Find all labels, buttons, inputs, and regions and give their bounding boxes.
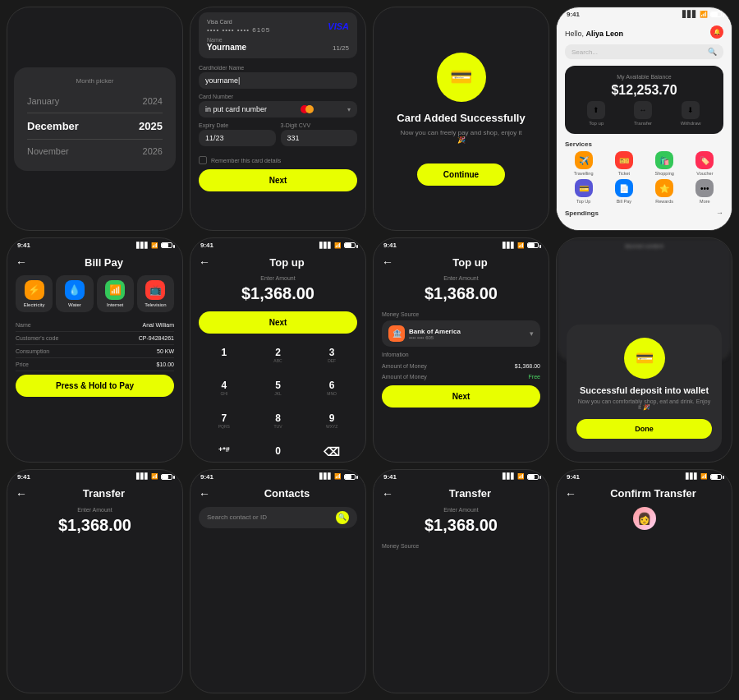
picker-row-january[interactable]: January 2024 — [27, 91, 163, 111]
name-value: Anal William — [142, 322, 174, 328]
key-3[interactable]: 3DEF — [306, 340, 357, 370]
service-rewards[interactable]: ⭐ Rewards — [646, 179, 683, 204]
key-special[interactable]: +*# — [199, 439, 250, 461]
back-button[interactable]: ← — [199, 487, 210, 500]
arrow-right-icon[interactable]: → — [716, 209, 723, 217]
key-2[interactable]: 2ABC — [253, 340, 304, 370]
status-bar: 9:41 ▋▋▋ 📶 — [374, 238, 549, 251]
wifi-icon: 📶 — [517, 242, 525, 249]
topup-container: ← Top up Enter Amount $1,368.00 Next 1 2… — [190, 251, 365, 461]
key-1[interactable]: 1 — [199, 340, 250, 370]
internet-label: Internet — [107, 302, 123, 307]
topup-icon: ⬆ — [587, 101, 605, 119]
back-button[interactable]: ← — [565, 487, 576, 500]
back-button[interactable]: ← — [16, 256, 27, 269]
transfer-container: ← Transfer Enter Amount $1,368.00 — [7, 482, 182, 693]
cvv-input[interactable]: 331 — [281, 130, 358, 146]
expiry-input[interactable]: 11/23 — [199, 130, 276, 146]
next-button[interactable]: Next — [199, 311, 357, 334]
contacts-search-bar[interactable]: Search contact or ID 🔍 — [199, 507, 357, 528]
status-time: 9:41 — [383, 473, 397, 481]
expiry-display: 11/25 — [333, 44, 349, 52]
expiry-label: Expiry Date — [199, 122, 276, 128]
picker-row-november[interactable]: November 2026 — [27, 141, 163, 161]
withdraw-action[interactable]: ⬇ Withdraw — [681, 101, 701, 126]
continue-button[interactable]: Continue — [417, 163, 505, 186]
status-bar: 9:41 ▋▋▋ 📶 — [7, 238, 182, 251]
cardholder-input[interactable]: yourname| — [199, 72, 357, 89]
signal-icon: ▋▋▋ — [682, 11, 697, 18]
back-button[interactable]: ← — [382, 487, 393, 500]
phone-card-success: 💳 Card Added Successfully Now you can fr… — [373, 7, 549, 231]
money-source-card[interactable]: 🏦 Bank of America •••• •••• 605 ▾ — [382, 320, 540, 347]
service-travelling[interactable]: ✈️ Travelling — [565, 151, 602, 176]
key-0[interactable]: 0 — [253, 439, 304, 461]
done-button[interactable]: Done — [576, 419, 712, 439]
topup-action[interactable]: ⬆ Top up — [587, 101, 605, 126]
voucher-label: Voucher — [696, 171, 713, 176]
picker-label: Month picker — [27, 77, 163, 85]
key-9[interactable]: 9WXYZ — [306, 406, 357, 435]
picker-row-december[interactable]: December 2025 — [27, 115, 163, 137]
remember-checkbox[interactable] — [199, 156, 207, 164]
service-topup[interactable]: 💳 Top Up — [565, 179, 602, 204]
cvv-field: 3-Digit CVV 331 — [281, 122, 358, 146]
search-placeholder: Search... — [571, 48, 598, 56]
amount-label: Enter Amount — [382, 275, 540, 281]
service-voucher[interactable]: 🏷️ Voucher — [686, 151, 723, 176]
service-internet[interactable]: 📶 Internet — [97, 275, 134, 312]
card-number-input[interactable]: in put card number ▾ — [199, 101, 357, 117]
back-button[interactable]: ← — [16, 487, 27, 500]
status-bar: 9:41 ▋▋▋ 📶 — [7, 470, 182, 482]
battery-icon — [344, 474, 356, 480]
status-time: 9:41 — [17, 473, 30, 481]
money-source-label: Money Source — [382, 543, 540, 549]
bank-info: 🏦 Bank of America •••• •••• 605 — [388, 325, 461, 342]
more-label: More — [700, 199, 710, 204]
pay-button[interactable]: Press & Hold to Pay — [16, 375, 174, 397]
more-icon: ••• — [695, 179, 714, 197]
fee-row: Amount of Money Free — [382, 371, 540, 382]
key-7[interactable]: 7PQRS — [199, 406, 250, 435]
customer-value: CP-94284261 — [139, 335, 174, 341]
signal-icon: ▋▋▋ — [503, 242, 515, 249]
next-button[interactable]: Next — [199, 169, 357, 191]
status-icons: ▋▋▋ 📶 — [319, 242, 356, 249]
success-subtitle: Now you can freely pay and shop, enjoy i… — [383, 129, 539, 144]
success-icon-circle: 💳 — [437, 53, 486, 102]
battery-icon — [710, 474, 722, 480]
service-electricity[interactable]: ⚡ Electricity — [16, 275, 53, 312]
key-backspace[interactable]: ⌫ — [306, 439, 357, 461]
service-topup-label: Top Up — [576, 199, 590, 204]
deposit-icon-circle: 💳 — [624, 338, 665, 379]
phone-contacts: 9:41 ▋▋▋ 📶 ← Contacts Search contact or … — [190, 469, 366, 693]
amount-label: Enter Amount — [382, 507, 540, 513]
service-television[interactable]: 📺 Television — [137, 275, 174, 312]
transfer-action[interactable]: ↔ Transfer — [634, 101, 652, 126]
visa-card-preview: Visa Card •••• •••• •••• 6105 VISA Name … — [199, 12, 357, 58]
back-button[interactable]: ← — [382, 256, 393, 269]
money-source-label: Money Source — [382, 311, 540, 317]
next-button[interactable]: Next — [382, 385, 540, 408]
service-billpay[interactable]: 📄 Bill Pay — [605, 179, 642, 204]
search-bar[interactable]: Search... 🔍 — [565, 44, 723, 59]
screen-title: Top up — [217, 256, 357, 269]
mastercard-icon — [301, 105, 314, 113]
service-ticket[interactable]: 🎫 Ticket — [605, 151, 642, 176]
bill-pay-container: ← Bill Pay ⚡ Electricity 💧 Water 📶 Inter… — [7, 251, 182, 461]
screen-title: Top up — [400, 256, 540, 269]
name-row: Name Anal William — [16, 319, 174, 332]
remember-text: Remember this card details — [211, 158, 281, 163]
service-shopping[interactable]: 🛍️ Shopping — [646, 151, 683, 176]
key-6[interactable]: 6MNO — [306, 373, 357, 403]
transfer2-container: ← Transfer Enter Amount $1,368.00 Money … — [374, 482, 549, 693]
service-water[interactable]: 💧 Water — [56, 275, 93, 312]
key-8[interactable]: 8TUV — [253, 406, 304, 435]
key-5[interactable]: 5JKL — [253, 373, 304, 403]
success-title: Card Added Successfully — [397, 112, 525, 124]
back-button[interactable]: ← — [199, 256, 210, 269]
key-4[interactable]: 4GHI — [199, 373, 250, 403]
top-nav: ← Top up — [382, 256, 540, 269]
service-more[interactable]: ••• More — [686, 179, 723, 204]
notification-badge[interactable]: 🔔 — [710, 25, 723, 39]
